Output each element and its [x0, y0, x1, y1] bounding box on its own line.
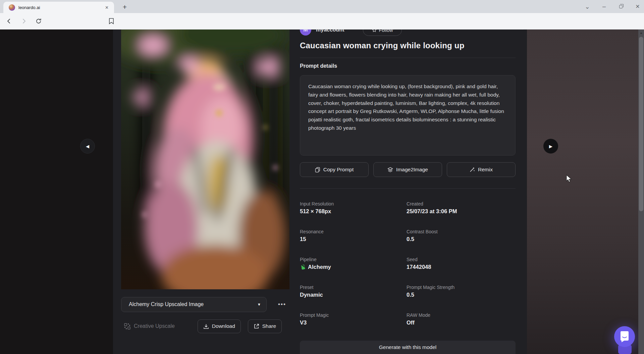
chevron-down-icon: ▼ — [257, 302, 261, 306]
window-minimize-button[interactable]: – — [600, 3, 608, 10]
tab-close-icon[interactable]: ✕ — [103, 4, 111, 11]
reload-button[interactable] — [33, 15, 44, 27]
tab-strip: leonardo.ai ✕ + ⌄ – ✕ — [0, 0, 644, 13]
divider — [300, 58, 516, 58]
divider — [300, 188, 516, 189]
browser-toolbar: app.leonardo.ai VPN — [0, 13, 644, 30]
meta-pipeline: Pipeline Alchemy — [300, 257, 407, 272]
window-controls: ⌄ – ✕ — [584, 0, 641, 13]
variant-dropdown[interactable]: Alchemy Crisp Upscaled Image ▼ — [121, 297, 267, 312]
metadata-grid: Input Resolution 512 × 768px Created 25/… — [300, 201, 516, 328]
avatar[interactable]: M — [300, 30, 311, 36]
variant-row: Alchemy Crisp Upscaled Image ▼ ••• — [121, 297, 289, 312]
share-label: Share — [262, 323, 276, 329]
prompt-actions-row: Copy Prompt Image2Image Remix — [300, 162, 516, 177]
remix-button[interactable]: Remix — [447, 162, 516, 177]
image-actions-row: Creative Upscale Download Share — [121, 319, 289, 333]
scroll-up-arrow-icon[interactable]: ▲ — [638, 30, 644, 36]
creative-upscale-button[interactable]: Creative Upscale — [124, 323, 175, 330]
meta-prompt-magic-strength: Prompt Magic Strength 0.5 — [407, 285, 516, 300]
new-tab-button[interactable]: + — [120, 3, 129, 12]
account-row: M myaccount Follow ✕ — [300, 30, 516, 38]
generated-image[interactable] — [121, 30, 289, 289]
next-arrow-icon: ▶ — [549, 144, 552, 149]
browser-window: leonardo.ai ✕ + ⌄ – ✕ app.leonardo.ai — [0, 0, 644, 354]
follow-label: Follow — [379, 30, 393, 33]
image2image-label: Image2Image — [396, 167, 428, 173]
previous-arrow-icon: ◀ — [86, 144, 89, 149]
pipeline-value: Alchemy — [308, 264, 331, 270]
bookmark-icon[interactable] — [106, 15, 117, 27]
generate-label: Generate with this model — [379, 344, 436, 350]
share-image-button[interactable]: Share — [248, 319, 282, 333]
meta-raw-mode: RAW Mode Off — [407, 312, 516, 328]
tab-search-chevron-icon[interactable]: ⌄ — [584, 3, 591, 10]
meta-preset: Preset Dynamic — [300, 285, 407, 300]
detail-column: M myaccount Follow ✕ Caucasian woman cry… — [300, 30, 516, 354]
remix-label: Remix — [478, 167, 493, 173]
dimmed-background — [527, 30, 638, 354]
account-name[interactable]: myaccount — [316, 30, 344, 33]
meta-seed: Seed 17442048 — [407, 257, 516, 272]
meta-resonance: Resonance 15 — [300, 229, 407, 244]
image-detail-modal: Alchemy Crisp Upscaled Image ▼ ••• Creat… — [113, 30, 527, 354]
mouse-cursor — [566, 175, 574, 184]
follow-button[interactable]: Follow — [363, 30, 402, 36]
chat-smile-icon — [620, 331, 630, 342]
tab-title: leonardo.ai — [18, 5, 103, 10]
meta-input-resolution: Input Resolution 512 × 768px — [300, 201, 407, 217]
more-options-button[interactable]: ••• — [278, 301, 286, 308]
download-button[interactable]: Download — [198, 319, 241, 333]
leonardo-favicon-icon — [9, 4, 15, 11]
previous-image-button[interactable]: ◀ — [80, 139, 95, 154]
next-image-button[interactable]: ▶ — [543, 139, 558, 154]
creative-upscale-label: Creative Upscale — [134, 323, 175, 329]
forward-button[interactable] — [18, 15, 30, 27]
window-close-button[interactable]: ✕ — [634, 3, 641, 10]
page-scrollbar[interactable]: ▲ — [638, 30, 644, 354]
alchemy-flask-icon — [300, 264, 305, 270]
meta-created: Created 25/07/23 at 3:06 PM — [407, 201, 516, 217]
chat-support-button[interactable] — [614, 326, 635, 347]
window-restore-button[interactable] — [617, 4, 625, 9]
back-button[interactable] — [3, 15, 15, 27]
prompt-details-heading: Prompt details — [300, 63, 337, 69]
page-content: Alchemy Crisp Upscaled Image ▼ ••• Creat… — [0, 30, 644, 354]
generation-title: Caucasian woman crying while looking up — [300, 41, 465, 50]
remix-wand-icon — [470, 167, 475, 172]
copy-icon — [315, 167, 320, 173]
variant-selected-label: Alchemy Crisp Upscaled Image — [129, 301, 257, 307]
meta-prompt-magic: Prompt Magic V3 — [300, 312, 407, 328]
generate-with-model-button[interactable]: Generate with this model — [300, 341, 516, 354]
creative-upscale-grid-icon — [124, 323, 130, 330]
meta-contrast-boost: Contrast Boost 0.5 — [407, 229, 516, 244]
prompt-text[interactable]: Caucasian woman crying while looking up,… — [300, 75, 516, 156]
browser-tab[interactable]: leonardo.ai ✕ — [3, 2, 114, 13]
scrollbar-thumb[interactable] — [639, 37, 643, 211]
layers-icon — [387, 167, 393, 172]
download-icon — [203, 323, 209, 329]
download-label: Download — [212, 323, 235, 329]
image2image-button[interactable]: Image2Image — [373, 162, 442, 177]
copy-prompt-button[interactable]: Copy Prompt — [300, 162, 369, 177]
share-external-icon — [254, 323, 259, 329]
copy-prompt-label: Copy Prompt — [323, 167, 354, 173]
follow-star-icon — [372, 30, 377, 33]
